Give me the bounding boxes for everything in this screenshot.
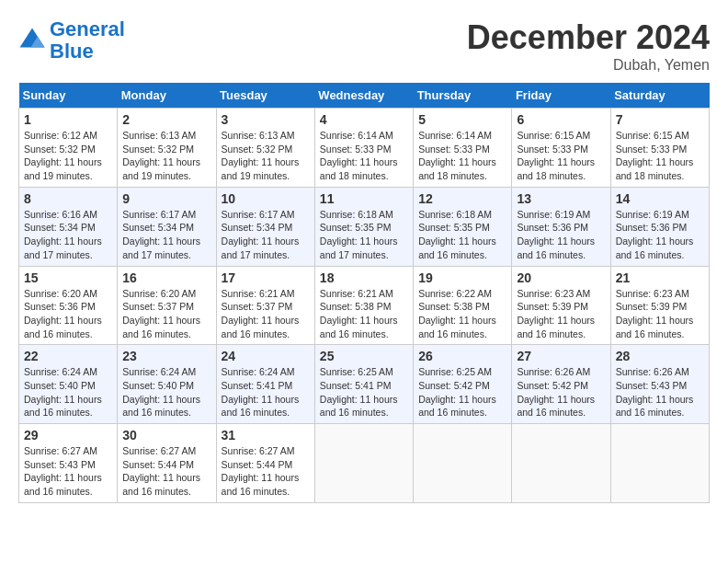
calendar-week-row: 8Sunrise: 6:16 AM Sunset: 5:34 PM Daylig…: [19, 187, 710, 266]
col-wednesday: Wednesday: [314, 83, 413, 109]
col-monday: Monday: [118, 83, 216, 109]
calendar-cell: 22Sunrise: 6:24 AM Sunset: 5:40 PM Dayli…: [19, 345, 118, 424]
day-info: Sunrise: 6:20 AM Sunset: 5:36 PM Dayligh…: [24, 287, 112, 341]
day-info: Sunrise: 6:27 AM Sunset: 5:43 PM Dayligh…: [24, 444, 112, 499]
title-block: December 2024 Dubah, Yemen: [467, 18, 710, 74]
day-number: 9: [122, 191, 210, 206]
calendar-week-row: 29Sunrise: 6:27 AM Sunset: 5:43 PM Dayli…: [19, 424, 710, 503]
day-number: 6: [517, 112, 605, 127]
day-number: 14: [616, 191, 704, 206]
day-info: Sunrise: 6:13 AM Sunset: 5:32 PM Dayligh…: [122, 129, 210, 183]
calendar-cell: 18Sunrise: 6:21 AM Sunset: 5:38 PM Dayli…: [314, 266, 413, 345]
day-number: 10: [222, 191, 310, 206]
calendar-week-row: 22Sunrise: 6:24 AM Sunset: 5:40 PM Dayli…: [19, 345, 710, 424]
calendar-cell: 13Sunrise: 6:19 AM Sunset: 5:36 PM Dayli…: [512, 187, 610, 266]
day-info: Sunrise: 6:25 AM Sunset: 5:41 PM Dayligh…: [320, 365, 408, 419]
page-header: General Blue December 2024 Dubah, Yemen: [18, 18, 710, 74]
day-number: 7: [616, 112, 704, 127]
calendar-cell: 14Sunrise: 6:19 AM Sunset: 5:36 PM Dayli…: [610, 187, 709, 266]
col-saturday: Saturday: [610, 83, 709, 109]
day-info: Sunrise: 6:16 AM Sunset: 5:34 PM Dayligh…: [24, 208, 112, 262]
calendar-week-row: 1Sunrise: 6:12 AM Sunset: 5:32 PM Daylig…: [19, 109, 710, 188]
calendar-cell: 10Sunrise: 6:17 AM Sunset: 5:34 PM Dayli…: [216, 187, 314, 266]
calendar-cell: 29Sunrise: 6:27 AM Sunset: 5:43 PM Dayli…: [19, 424, 118, 503]
calendar-body: 1Sunrise: 6:12 AM Sunset: 5:32 PM Daylig…: [19, 109, 710, 503]
calendar-cell: 3Sunrise: 6:13 AM Sunset: 5:32 PM Daylig…: [216, 109, 314, 188]
logo-line1: General: [50, 17, 125, 40]
day-number: 4: [320, 112, 408, 127]
day-info: Sunrise: 6:18 AM Sunset: 5:35 PM Dayligh…: [320, 208, 408, 262]
logo-text: General Blue: [50, 18, 125, 63]
day-number: 2: [122, 112, 210, 127]
day-info: Sunrise: 6:24 AM Sunset: 5:41 PM Dayligh…: [222, 365, 310, 419]
day-info: Sunrise: 6:14 AM Sunset: 5:33 PM Dayligh…: [320, 129, 408, 183]
day-number: 16: [122, 270, 210, 285]
logo-line2: Blue: [50, 40, 94, 63]
calendar-cell: 12Sunrise: 6:18 AM Sunset: 5:35 PM Dayli…: [414, 187, 512, 266]
day-info: Sunrise: 6:21 AM Sunset: 5:38 PM Dayligh…: [320, 287, 408, 341]
day-number: 11: [320, 191, 408, 206]
calendar-cell: 24Sunrise: 6:24 AM Sunset: 5:41 PM Dayli…: [216, 345, 314, 424]
day-info: Sunrise: 6:26 AM Sunset: 5:43 PM Dayligh…: [616, 365, 704, 419]
day-info: Sunrise: 6:14 AM Sunset: 5:33 PM Dayligh…: [418, 129, 506, 183]
day-info: Sunrise: 6:20 AM Sunset: 5:37 PM Dayligh…: [122, 287, 210, 341]
day-info: Sunrise: 6:26 AM Sunset: 5:42 PM Dayligh…: [517, 365, 605, 419]
calendar-cell: 26Sunrise: 6:25 AM Sunset: 5:42 PM Dayli…: [414, 345, 512, 424]
day-info: Sunrise: 6:23 AM Sunset: 5:39 PM Dayligh…: [616, 287, 704, 341]
day-number: 13: [517, 191, 605, 206]
calendar-cell: 4Sunrise: 6:14 AM Sunset: 5:33 PM Daylig…: [314, 109, 413, 188]
day-number: 28: [616, 349, 704, 363]
calendar-table: Sunday Monday Tuesday Wednesday Thursday…: [18, 83, 710, 503]
day-info: Sunrise: 6:27 AM Sunset: 5:44 PM Dayligh…: [222, 444, 310, 499]
calendar-cell: 2Sunrise: 6:13 AM Sunset: 5:32 PM Daylig…: [118, 109, 216, 188]
calendar-cell: [610, 424, 709, 503]
day-info: Sunrise: 6:27 AM Sunset: 5:44 PM Dayligh…: [122, 444, 210, 499]
day-number: 5: [418, 112, 506, 127]
day-info: Sunrise: 6:24 AM Sunset: 5:40 PM Dayligh…: [122, 365, 210, 419]
calendar-cell: 5Sunrise: 6:14 AM Sunset: 5:33 PM Daylig…: [414, 109, 512, 188]
day-number: 29: [24, 428, 112, 442]
calendar-cell: 20Sunrise: 6:23 AM Sunset: 5:39 PM Dayli…: [512, 266, 610, 345]
calendar-cell: [414, 424, 512, 503]
day-info: Sunrise: 6:19 AM Sunset: 5:36 PM Dayligh…: [616, 208, 704, 262]
calendar-cell: 11Sunrise: 6:18 AM Sunset: 5:35 PM Dayli…: [314, 187, 413, 266]
day-info: Sunrise: 6:17 AM Sunset: 5:34 PM Dayligh…: [122, 208, 210, 262]
calendar-cell: 21Sunrise: 6:23 AM Sunset: 5:39 PM Dayli…: [610, 266, 709, 345]
day-info: Sunrise: 6:17 AM Sunset: 5:34 PM Dayligh…: [222, 208, 310, 262]
month-title: December 2024: [467, 18, 710, 57]
location: Dubah, Yemen: [467, 57, 710, 74]
calendar-cell: 30Sunrise: 6:27 AM Sunset: 5:44 PM Dayli…: [118, 424, 216, 503]
day-number: 21: [616, 270, 704, 285]
calendar-cell: 23Sunrise: 6:24 AM Sunset: 5:40 PM Dayli…: [118, 345, 216, 424]
calendar-cell: 8Sunrise: 6:16 AM Sunset: 5:34 PM Daylig…: [19, 187, 118, 266]
day-number: 1: [24, 112, 112, 127]
calendar-cell: 17Sunrise: 6:21 AM Sunset: 5:37 PM Dayli…: [216, 266, 314, 345]
day-number: 8: [24, 191, 112, 206]
day-number: 20: [517, 270, 605, 285]
calendar-cell: 1Sunrise: 6:12 AM Sunset: 5:32 PM Daylig…: [19, 109, 118, 188]
day-info: Sunrise: 6:25 AM Sunset: 5:42 PM Dayligh…: [418, 365, 506, 419]
col-sunday: Sunday: [19, 83, 118, 109]
calendar-cell: 19Sunrise: 6:22 AM Sunset: 5:38 PM Dayli…: [414, 266, 512, 345]
day-info: Sunrise: 6:15 AM Sunset: 5:33 PM Dayligh…: [616, 129, 704, 183]
day-info: Sunrise: 6:18 AM Sunset: 5:35 PM Dayligh…: [418, 208, 506, 262]
day-info: Sunrise: 6:19 AM Sunset: 5:36 PM Dayligh…: [517, 208, 605, 262]
day-info: Sunrise: 6:22 AM Sunset: 5:38 PM Dayligh…: [418, 287, 506, 341]
calendar-header-row: Sunday Monday Tuesday Wednesday Thursday…: [19, 83, 710, 109]
day-number: 23: [122, 349, 210, 363]
calendar-cell: 6Sunrise: 6:15 AM Sunset: 5:33 PM Daylig…: [512, 109, 610, 188]
day-info: Sunrise: 6:12 AM Sunset: 5:32 PM Dayligh…: [24, 129, 112, 183]
calendar-cell: 31Sunrise: 6:27 AM Sunset: 5:44 PM Dayli…: [216, 424, 314, 503]
day-number: 24: [222, 349, 310, 363]
day-number: 30: [122, 428, 210, 442]
col-tuesday: Tuesday: [216, 83, 314, 109]
day-number: 3: [222, 112, 310, 127]
logo-icon: [18, 27, 46, 54]
day-info: Sunrise: 6:23 AM Sunset: 5:39 PM Dayligh…: [517, 287, 605, 341]
calendar-cell: 25Sunrise: 6:25 AM Sunset: 5:41 PM Dayli…: [314, 345, 413, 424]
day-info: Sunrise: 6:13 AM Sunset: 5:32 PM Dayligh…: [222, 129, 310, 183]
col-friday: Friday: [512, 83, 610, 109]
day-number: 15: [24, 270, 112, 285]
calendar-cell: 15Sunrise: 6:20 AM Sunset: 5:36 PM Dayli…: [19, 266, 118, 345]
day-number: 18: [320, 270, 408, 285]
